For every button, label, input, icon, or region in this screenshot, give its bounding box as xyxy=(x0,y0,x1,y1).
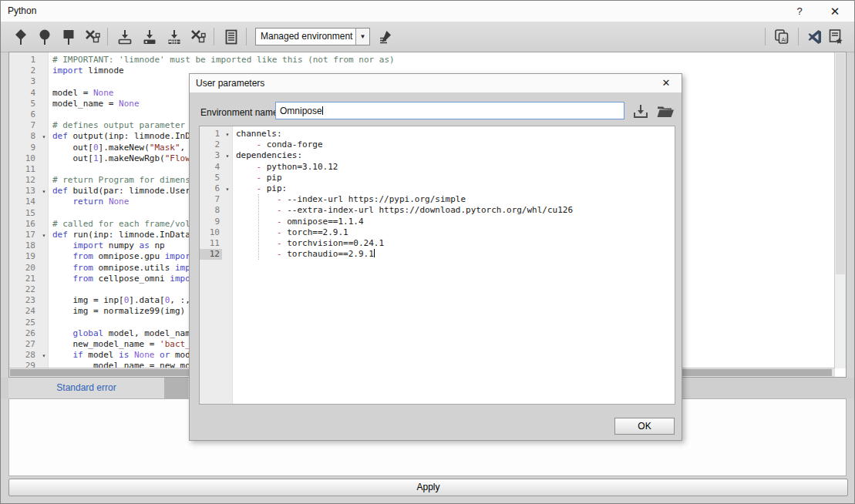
line-number: 11 xyxy=(9,164,39,175)
import-tray-button[interactable] xyxy=(115,27,135,47)
log-document-button[interactable] xyxy=(221,27,241,47)
clear-markers-button[interactable] xyxy=(82,27,103,47)
import-environment-button[interactable] xyxy=(631,102,651,122)
fold-marker-icon[interactable]: ▾ xyxy=(222,129,233,139)
line-number: 20 xyxy=(9,263,39,274)
fold-spacer xyxy=(39,120,49,131)
toolbar-separator xyxy=(246,28,247,45)
fold-spacer xyxy=(222,162,233,173)
fold-marker-icon[interactable]: ▾ xyxy=(222,150,233,161)
window-close-button[interactable]: ✕ xyxy=(826,3,844,19)
combo-selected-value: Managed environment xyxy=(261,31,352,42)
fold-spacer xyxy=(39,318,49,328)
ok-button[interactable]: OK xyxy=(614,418,675,435)
code-text: - pip: xyxy=(233,183,287,194)
script-settings-button[interactable] xyxy=(826,27,846,47)
toolbar-separator xyxy=(765,28,766,45)
user-parameters-dialog: User parameters ✕ Environment name Omnip… xyxy=(189,73,682,441)
code-text: if model is None or mode xyxy=(49,350,195,361)
text-caret xyxy=(374,249,375,257)
fold-spacer xyxy=(39,88,49,99)
code-text: from omnipose.gpu import xyxy=(49,251,195,262)
line-number: 27 xyxy=(9,339,39,350)
open-folder-button[interactable] xyxy=(655,102,675,122)
code-line: 5 - pip xyxy=(200,173,675,183)
copy-ai-button[interactable]: Ai xyxy=(772,27,792,47)
circle-marker-button[interactable] xyxy=(35,27,55,47)
line-number: 28 xyxy=(9,350,39,361)
square-marker-button[interactable] xyxy=(59,27,79,47)
code-text: - --extra-index-url https://download.pyt… xyxy=(233,205,573,216)
line-number: 10 xyxy=(200,227,222,238)
code-text: - --index-url https://pypi.org/simple xyxy=(233,194,466,205)
dialog-close-button[interactable]: ✕ xyxy=(658,76,674,90)
fold-spacer xyxy=(39,99,49,109)
help-button[interactable]: ? xyxy=(792,4,807,18)
fold-spacer xyxy=(222,139,233,150)
code-text xyxy=(49,208,52,219)
toolbar-separator xyxy=(798,28,799,45)
clear-import-button[interactable] xyxy=(188,27,208,47)
environment-name-input[interactable]: Omnipose xyxy=(275,102,624,119)
fold-spacer xyxy=(39,295,49,306)
code-text: - python=3.10.12 xyxy=(233,162,338,173)
line-number: 11 xyxy=(200,238,222,249)
line-number: 3 xyxy=(9,76,39,87)
vscode-button[interactable] xyxy=(805,27,825,47)
toolbar-separator xyxy=(214,28,214,45)
diamond-marker-icon xyxy=(12,29,29,45)
line-number: 1 xyxy=(200,129,222,139)
line-number: 2 xyxy=(9,66,39,76)
fold-marker-icon[interactable]: ▾ xyxy=(39,186,49,197)
fold-marker-icon[interactable]: ▾ xyxy=(39,350,49,361)
managed-environment-select[interactable]: Managed environment ▼ xyxy=(255,28,370,45)
fold-spacer xyxy=(39,306,49,317)
line-number: 7 xyxy=(200,194,222,205)
toolbar: Managed environment ▼ Ai xyxy=(1,22,854,52)
line-number: 10 xyxy=(9,153,39,164)
fold-marker-icon[interactable]: ▾ xyxy=(39,230,49,240)
line-number: 2 xyxy=(200,139,222,150)
clear-import-icon xyxy=(190,29,207,45)
code-text: import numpy as np xyxy=(49,240,165,251)
tab-standard-error[interactable]: Standard error xyxy=(8,378,164,398)
edit-script-icon xyxy=(377,29,394,45)
vertical-scroll-thumb[interactable] xyxy=(836,53,845,274)
code-line: 7 - --index-url https://pypi.org/simple xyxy=(200,194,675,205)
diamond-marker-button[interactable] xyxy=(11,27,31,47)
line-number: 18 xyxy=(9,240,39,251)
fold-spacer xyxy=(39,76,49,87)
fold-marker-icon[interactable]: ▾ xyxy=(39,131,49,142)
code-text: img = normalize99(img) xyxy=(49,306,185,317)
line-number: 25 xyxy=(9,318,39,328)
code-line: 1▾channels: xyxy=(200,129,675,139)
import-tray-filled-button[interactable] xyxy=(140,27,160,47)
dialog-title-bar: User parameters ✕ xyxy=(190,74,682,93)
fold-marker-icon[interactable]: ▾ xyxy=(222,183,233,194)
vertical-scrollbar[interactable] xyxy=(834,52,846,368)
line-number: 15 xyxy=(9,208,39,219)
line-number: 7 xyxy=(9,120,39,131)
svg-text:Ai: Ai xyxy=(782,37,787,43)
code-line: 1# IMPORTANT: 'limnode' must be imported… xyxy=(9,55,834,66)
apply-button[interactable]: Apply xyxy=(8,479,848,496)
line-number: 19 xyxy=(9,251,39,262)
clear-markers-icon xyxy=(84,29,101,45)
code-text: from omnipose.utils impo xyxy=(49,263,195,274)
fold-spacer xyxy=(222,194,233,205)
import-tray-grid-button[interactable] xyxy=(164,27,184,47)
edit-script-button[interactable] xyxy=(375,27,396,47)
environment-name-label: Environment name xyxy=(200,107,278,118)
yaml-environment-editor[interactable]: 1▾channels:2 - conda-forge3▾dependencies… xyxy=(199,126,675,405)
fold-spacer xyxy=(39,251,49,262)
line-number: 5 xyxy=(9,99,39,109)
chevron-down-icon[interactable]: ▼ xyxy=(355,29,369,45)
code-text: def build(par: limnode.UserP xyxy=(49,186,195,197)
open-folder-icon xyxy=(655,102,675,121)
text-caret xyxy=(322,106,323,115)
code-line: 3▾dependencies: xyxy=(200,150,675,161)
line-number: 1 xyxy=(9,55,39,66)
fold-spacer xyxy=(222,227,233,238)
line-number: 4 xyxy=(200,162,222,173)
fold-spacer xyxy=(39,55,49,66)
